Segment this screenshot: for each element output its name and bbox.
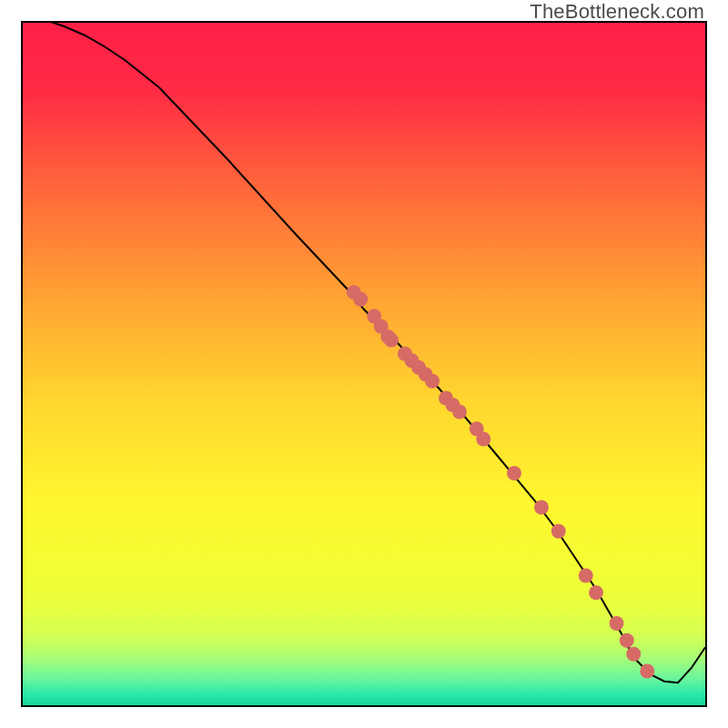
svg-point-17 (507, 466, 521, 480)
svg-point-20 (579, 569, 593, 583)
svg-point-19 (551, 524, 566, 539)
scatter-points (347, 285, 654, 678)
svg-point-25 (640, 664, 654, 679)
svg-point-2 (353, 292, 368, 307)
svg-point-22 (610, 616, 624, 631)
svg-point-11 (425, 374, 440, 389)
svg-point-24 (626, 647, 641, 662)
curve-line (23, 23, 705, 682)
svg-point-14 (452, 405, 467, 420)
plot-area (21, 21, 707, 707)
svg-point-16 (476, 432, 490, 447)
svg-point-6 (384, 333, 399, 348)
svg-point-21 (589, 585, 603, 600)
chart-container: TheBottleneck.com (0, 0, 728, 728)
chart-overlay (23, 23, 705, 705)
svg-point-18 (534, 500, 549, 515)
svg-point-23 (620, 633, 634, 648)
